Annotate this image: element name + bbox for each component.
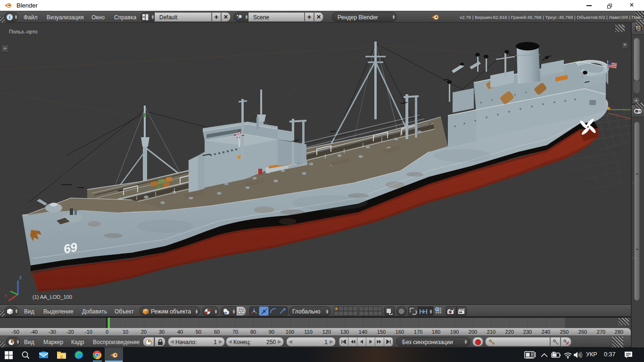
svg-text:x: x bbox=[5, 293, 7, 298]
svg-text:i: i bbox=[9, 15, 10, 20]
svg-text:z: z bbox=[19, 275, 22, 280]
